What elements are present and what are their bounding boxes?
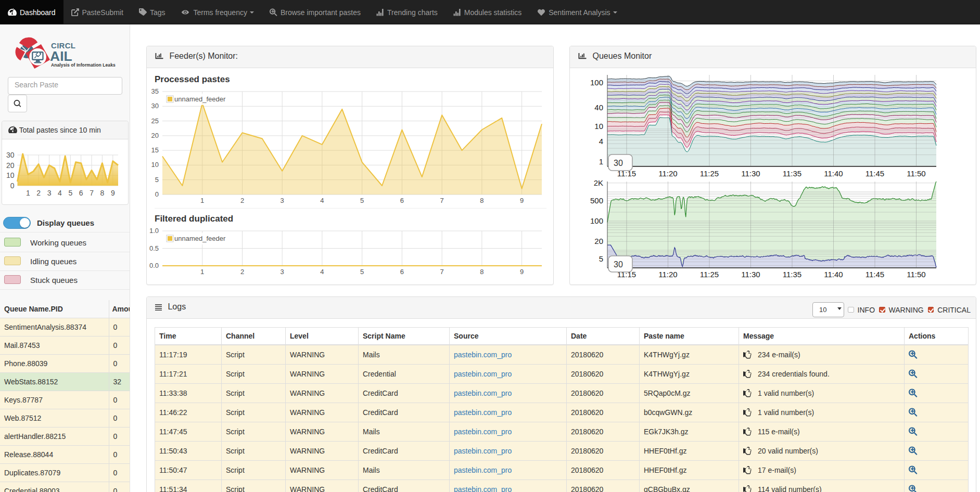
svg-text:1: 1 [200, 268, 204, 276]
svg-text:10: 10 [6, 171, 15, 179]
svg-text:2: 2 [240, 268, 244, 276]
svg-text:30: 30 [614, 260, 623, 269]
svg-text:11:35: 11:35 [783, 169, 801, 177]
svg-text:11:50: 11:50 [907, 270, 925, 279]
svg-text:0: 0 [155, 190, 159, 198]
svg-text:6: 6 [400, 268, 404, 276]
svg-text:unnamed_feeder: unnamed_feeder [174, 235, 226, 242]
svg-text:1: 1 [200, 197, 204, 204]
svg-text:2: 2 [240, 197, 244, 204]
svg-text:20: 20 [594, 237, 603, 245]
svg-text:2: 2 [36, 189, 41, 197]
svg-text:4: 4 [599, 137, 603, 146]
svg-text:15: 15 [151, 146, 159, 154]
svg-text:8: 8 [100, 189, 105, 197]
svg-text:500: 500 [590, 196, 603, 205]
svg-text:9: 9 [111, 189, 115, 197]
svg-text:40: 40 [594, 103, 603, 112]
svg-text:1: 1 [26, 189, 30, 197]
svg-text:5: 5 [360, 197, 364, 204]
svg-text:11:30: 11:30 [741, 169, 760, 177]
svg-text:8: 8 [480, 197, 483, 204]
svg-text:11:40: 11:40 [824, 270, 843, 279]
svg-text:4: 4 [58, 189, 62, 197]
svg-text:30: 30 [151, 102, 159, 110]
svg-text:2K: 2K [594, 179, 603, 187]
svg-text:11:30: 11:30 [741, 270, 760, 279]
svg-text:7: 7 [90, 189, 94, 197]
svg-text:11:20: 11:20 [658, 169, 677, 177]
svg-text:30: 30 [6, 151, 15, 159]
svg-text:7: 7 [440, 268, 444, 276]
svg-text:unnamed_feeder: unnamed_feeder [174, 95, 226, 103]
svg-text:9: 9 [520, 197, 524, 204]
svg-text:20: 20 [6, 161, 15, 170]
svg-text:11:35: 11:35 [783, 270, 801, 279]
svg-text:11:25: 11:25 [700, 270, 719, 279]
svg-text:5: 5 [155, 176, 159, 184]
svg-text:1: 1 [599, 157, 603, 166]
svg-text:5: 5 [599, 254, 603, 263]
svg-text:9: 9 [520, 268, 524, 276]
svg-text:5: 5 [360, 268, 364, 276]
svg-text:11:45: 11:45 [866, 270, 884, 279]
svg-text:11:20: 11:20 [658, 270, 677, 279]
svg-text:7: 7 [440, 197, 444, 204]
svg-text:3: 3 [281, 197, 284, 204]
svg-text:3: 3 [47, 189, 52, 197]
svg-text:1.0: 1.0 [149, 228, 159, 235]
svg-text:4: 4 [320, 268, 324, 276]
svg-text:6: 6 [79, 189, 83, 197]
svg-text:100: 100 [590, 216, 603, 225]
svg-text:0.5: 0.5 [149, 244, 159, 252]
svg-text:11:50: 11:50 [907, 169, 925, 177]
svg-text:30: 30 [614, 159, 623, 167]
svg-text:6: 6 [400, 197, 404, 204]
svg-text:100: 100 [590, 78, 603, 87]
svg-text:25: 25 [151, 117, 159, 125]
svg-text:Analysis of Information Leaks: Analysis of Information Leaks [51, 62, 116, 68]
svg-text:35: 35 [151, 87, 159, 95]
svg-text:11:25: 11:25 [700, 169, 719, 177]
svg-text:11:40: 11:40 [824, 169, 843, 177]
svg-text:3: 3 [281, 268, 284, 276]
svg-text:10: 10 [151, 161, 159, 169]
svg-text:20: 20 [151, 132, 159, 139]
svg-text:10: 10 [594, 122, 603, 131]
svg-text:11:45: 11:45 [866, 169, 884, 177]
svg-text:8: 8 [480, 268, 483, 276]
svg-text:0: 0 [10, 182, 15, 190]
svg-text:5: 5 [68, 189, 72, 197]
svg-text:4: 4 [320, 197, 324, 204]
svg-text:0.0: 0.0 [149, 262, 159, 269]
svg-text:AIL: AIL [50, 48, 72, 64]
